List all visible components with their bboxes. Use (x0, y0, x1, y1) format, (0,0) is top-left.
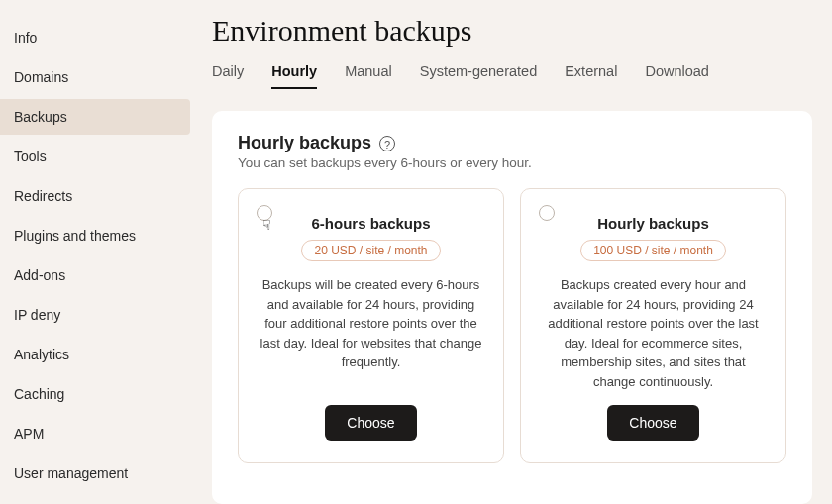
sidebar-item-label: Info (14, 30, 37, 46)
option-card-6-hours[interactable]: ☟ 6-hours backups 20 USD / site / month … (238, 188, 504, 463)
sidebar-item-label: User management (14, 465, 128, 481)
sidebar: Info Domains Backups Tools Redirects Plu… (0, 0, 190, 504)
tab-hourly[interactable]: Hourly (271, 63, 317, 89)
sidebar-item-user-management[interactable]: User management (0, 455, 190, 491)
sidebar-item-label: Analytics (14, 347, 69, 362)
sidebar-item-label: APM (14, 426, 44, 442)
option-title: 6-hours backups (311, 215, 430, 232)
sidebar-item-plugins-and-themes[interactable]: Plugins and themes (0, 218, 190, 253)
tabs: Daily Hourly Manual System-generated Ext… (212, 63, 812, 89)
content-panel: Hourly backups ? You can set backups eve… (212, 111, 812, 504)
sidebar-item-label: Caching (14, 386, 64, 402)
sidebar-item-label: Add-ons (14, 267, 65, 283)
sidebar-item-user-activity[interactable]: User activity (0, 495, 190, 504)
sidebar-item-backups[interactable]: Backups (0, 99, 190, 135)
tab-label: Download (645, 63, 709, 79)
tab-download[interactable]: Download (645, 63, 709, 89)
choose-button[interactable]: Choose (325, 405, 416, 441)
sidebar-item-label: Tools (14, 149, 47, 164)
option-description: Backups will be created every 6-hours an… (259, 275, 483, 391)
sidebar-item-tools[interactable]: Tools (0, 139, 190, 174)
page-title: Environment backups (212, 14, 812, 48)
sidebar-item-label: Redirects (14, 188, 72, 204)
option-card-hourly[interactable]: Hourly backups 100 USD / site / month Ba… (520, 188, 786, 463)
tab-label: Daily (212, 63, 244, 79)
sidebar-item-label: Backups (14, 109, 67, 125)
section-header: Hourly backups ? (238, 133, 786, 153)
sidebar-item-analytics[interactable]: Analytics (0, 337, 190, 372)
help-icon[interactable]: ? (379, 136, 395, 151)
radio-icon[interactable] (539, 205, 555, 221)
section-title: Hourly backups (238, 133, 371, 153)
option-description: Backups created every hour and available… (541, 275, 766, 391)
tab-label: Hourly (271, 63, 317, 79)
tab-external[interactable]: External (565, 63, 617, 89)
section-subtitle: You can set backups every 6-hours or eve… (238, 155, 786, 170)
sidebar-item-caching[interactable]: Caching (0, 376, 190, 412)
sidebar-item-info[interactable]: Info (0, 20, 190, 55)
sidebar-item-ip-deny[interactable]: IP deny (0, 297, 190, 333)
tab-manual[interactable]: Manual (345, 63, 392, 89)
choose-button-label: Choose (347, 415, 394, 431)
main-content: Environment backups Daily Hourly Manual … (190, 0, 832, 504)
tab-label: System-generated (420, 63, 537, 79)
option-title: Hourly backups (597, 215, 709, 232)
sidebar-item-domains[interactable]: Domains (0, 59, 190, 95)
backup-options: ☟ 6-hours backups 20 USD / site / month … (238, 188, 786, 463)
tab-system-generated[interactable]: System-generated (420, 63, 537, 89)
sidebar-item-label: Domains (14, 69, 68, 85)
tab-label: External (565, 63, 617, 79)
sidebar-item-label: Plugins and themes (14, 228, 136, 244)
tab-daily[interactable]: Daily (212, 63, 244, 89)
price-badge: 20 USD / site / month (301, 240, 440, 261)
choose-button-label: Choose (629, 415, 676, 431)
sidebar-item-apm[interactable]: APM (0, 416, 190, 452)
sidebar-item-redirects[interactable]: Redirects (0, 178, 190, 214)
sidebar-item-label: IP deny (14, 307, 60, 323)
tab-label: Manual (345, 63, 392, 79)
radio-icon[interactable] (257, 205, 272, 221)
price-badge: 100 USD / site / month (580, 240, 726, 261)
sidebar-item-add-ons[interactable]: Add-ons (0, 257, 190, 293)
choose-button[interactable]: Choose (607, 405, 698, 441)
